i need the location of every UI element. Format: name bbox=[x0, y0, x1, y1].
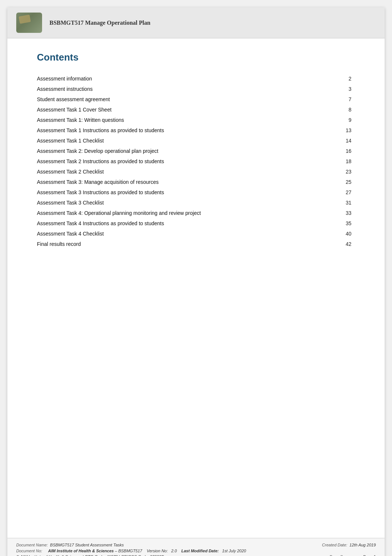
toc-item-label: Student assessment agreement bbox=[37, 94, 307, 104]
toc-item-page: 18 bbox=[307, 156, 355, 167]
toc-row: Assessment Task 4 Instructions as provid… bbox=[37, 218, 355, 229]
footer-doc-no-institution: AIM Institute of Health & Sciences bbox=[48, 549, 114, 553]
toc-item-page: 23 bbox=[307, 167, 355, 177]
toc-row: Assessment Task 3: Manage acquisition of… bbox=[37, 177, 355, 187]
footer-doc-no-row: Document No: AIM Institute of Health & S… bbox=[16, 549, 246, 553]
footer-top: Document Name: BSBMGT517 Student Assessm… bbox=[16, 543, 376, 547]
footer-created-label: Created Date: bbox=[322, 543, 347, 547]
toc-item-label: Assessment Task 1: Written questions bbox=[37, 115, 307, 125]
toc-row: Assessment Task 1 Checklist 14 bbox=[37, 135, 355, 146]
toc-item-page: 9 bbox=[307, 115, 355, 125]
footer-doc-no-label: Document No: bbox=[16, 549, 42, 553]
toc-item-page: 3 bbox=[307, 84, 355, 94]
toc-item-label: Assessment Task 4 Instructions as provid… bbox=[37, 218, 307, 229]
header: BSBMGT517 Manage Operational Plan bbox=[7, 7, 385, 38]
footer-page-label: Page Sequence: bbox=[330, 555, 360, 556]
toc-item-label: Assessment instructions bbox=[37, 84, 307, 94]
toc-item-page: 31 bbox=[307, 198, 355, 208]
toc-item-label: Assessment Task 1 Instructions as provid… bbox=[37, 125, 307, 135]
toc-row: Final results record 42 bbox=[37, 239, 355, 249]
toc-item-label: Assessment Task 2 Instructions as provid… bbox=[37, 156, 307, 167]
toc-row: Assessment Task 4: Operational planning … bbox=[37, 208, 355, 218]
footer-bottom: Document No: AIM Institute of Health & S… bbox=[16, 549, 376, 553]
toc-item-label: Final results record bbox=[37, 239, 307, 249]
toc-item-page: 16 bbox=[307, 146, 355, 156]
toc-row: Assessment Task 1 Cover Sheet 8 bbox=[37, 104, 355, 115]
footer-doc-no-suffix: – BSBMGT517 bbox=[115, 549, 142, 553]
toc-row: Assessment Task 3 Checklist 31 bbox=[37, 198, 355, 208]
footer-doc-no-value: AIM Institute of Health & Sciences – BSB… bbox=[48, 549, 246, 553]
toc-row: Assessment Task 1 Instructions as provid… bbox=[37, 125, 355, 135]
footer-version-label: Version No: bbox=[147, 549, 168, 553]
toc-row: Assessment Task 4 Checklist 40 bbox=[37, 229, 355, 239]
toc-item-label: Assessment Task 4: Operational planning … bbox=[37, 208, 307, 218]
toc-row: Assessment Task 1: Written questions 9 bbox=[37, 115, 355, 125]
toc-row: Assessment information 2 bbox=[37, 73, 355, 84]
toc-item-page: 42 bbox=[307, 239, 355, 249]
toc-item-page: 33 bbox=[307, 208, 355, 218]
footer-page-value: Page 1 bbox=[363, 555, 376, 556]
footer-copyright: © AIM Institute of Health & Sciences | R… bbox=[16, 555, 164, 556]
toc-item-label: Assessment Task 3: Manage acquisition of… bbox=[37, 177, 307, 187]
footer: Document Name: BSBMGT517 Student Assessm… bbox=[7, 538, 385, 556]
footer-copyright-row: © AIM Institute of Health & Sciences | R… bbox=[16, 555, 376, 556]
toc-item-page: 13 bbox=[307, 125, 355, 135]
toc-row: Assessment Task 3 Instructions as provid… bbox=[37, 187, 355, 198]
toc-row: Assessment Task 2: Develop operational p… bbox=[37, 146, 355, 156]
toc-item-label: Assessment Task 1 Cover Sheet bbox=[37, 104, 307, 115]
toc-item-page: 25 bbox=[307, 177, 355, 187]
toc-item-label: Assessment Task 3 Instructions as provid… bbox=[37, 187, 307, 198]
toc-row: Assessment instructions 3 bbox=[37, 84, 355, 94]
toc-item-page: 35 bbox=[307, 218, 355, 229]
logo bbox=[16, 13, 42, 33]
contents-heading: Contents bbox=[37, 52, 355, 63]
toc-item-label: Assessment Task 1 Checklist bbox=[37, 135, 307, 146]
footer-doc-value: BSBMGT517 Student Assessment Tasks bbox=[50, 543, 124, 547]
toc-table: Assessment information 2 Assessment inst… bbox=[37, 73, 355, 249]
toc-item-label: Assessment Task 3 Checklist bbox=[37, 198, 307, 208]
toc-row: Assessment Task 2 Instructions as provid… bbox=[37, 156, 355, 167]
footer-doc-label: Document Name: bbox=[16, 543, 48, 547]
toc-item-page: 8 bbox=[307, 104, 355, 115]
footer-last-mod-value: 1st July 2020 bbox=[222, 549, 246, 553]
main-content: Contents Assessment information 2 Assess… bbox=[7, 38, 385, 538]
toc-item-label: Assessment information bbox=[37, 73, 307, 84]
page: BSBMGT517 Manage Operational Plan Conten… bbox=[7, 7, 385, 556]
toc-item-page: 2 bbox=[307, 73, 355, 84]
toc-item-page: 14 bbox=[307, 135, 355, 146]
toc-item-label: Assessment Task 2: Develop operational p… bbox=[37, 146, 307, 156]
toc-item-page: 40 bbox=[307, 229, 355, 239]
footer-page-sequence: Page Sequence: Page 1 bbox=[330, 555, 376, 556]
footer-doc-name: Document Name: BSBMGT517 Student Assessm… bbox=[16, 543, 124, 547]
header-title: BSBMGT517 Manage Operational Plan bbox=[49, 20, 150, 26]
toc-item-page: 7 bbox=[307, 94, 355, 104]
footer-created: Created Date: 12th Aug 2019 bbox=[322, 543, 376, 547]
toc-row: Student assessment agreement 7 bbox=[37, 94, 355, 104]
toc-row: Assessment Task 2 Checklist 23 bbox=[37, 167, 355, 177]
footer-last-mod-label: Last Modified Date: bbox=[181, 549, 219, 553]
toc-item-page: 27 bbox=[307, 187, 355, 198]
footer-created-value: 12th Aug 2019 bbox=[350, 543, 376, 547]
toc-item-label: Assessment Task 4 Checklist bbox=[37, 229, 307, 239]
toc-item-label: Assessment Task 2 Checklist bbox=[37, 167, 307, 177]
footer-version-value: 2.0 bbox=[171, 549, 177, 553]
